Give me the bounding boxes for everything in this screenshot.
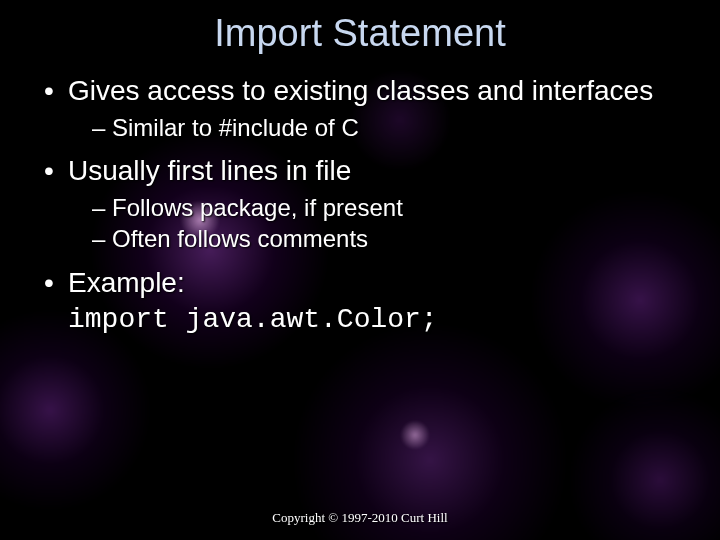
- bullet-text: Gives access to existing classes and int…: [68, 75, 653, 106]
- sub-bullet-item: Follows package, if present: [92, 192, 680, 223]
- sub-list: Follows package, if present Often follow…: [68, 192, 680, 254]
- sub-list: Similar to #include of C: [68, 112, 680, 143]
- sub-bullet-item: Often follows comments: [92, 223, 680, 254]
- code-example: import java.awt.Color;: [68, 302, 680, 337]
- bullet-list: Gives access to existing classes and int…: [40, 73, 680, 337]
- bullet-item: Usually first lines in file Follows pack…: [40, 153, 680, 254]
- bullet-text: Usually first lines in file: [68, 155, 351, 186]
- sub-bullet-text: Often follows comments: [112, 225, 368, 252]
- sub-bullet-item: Similar to #include of C: [92, 112, 680, 143]
- slide-content: Import Statement Gives access to existin…: [0, 0, 720, 540]
- slide-title: Import Statement: [40, 12, 680, 55]
- bullet-item: Example: import java.awt.Color;: [40, 265, 680, 337]
- sub-bullet-text: Follows package, if present: [112, 194, 403, 221]
- bullet-item: Gives access to existing classes and int…: [40, 73, 680, 143]
- bullet-text: Example:: [68, 267, 185, 298]
- sub-bullet-text: Similar to #include of C: [112, 114, 359, 141]
